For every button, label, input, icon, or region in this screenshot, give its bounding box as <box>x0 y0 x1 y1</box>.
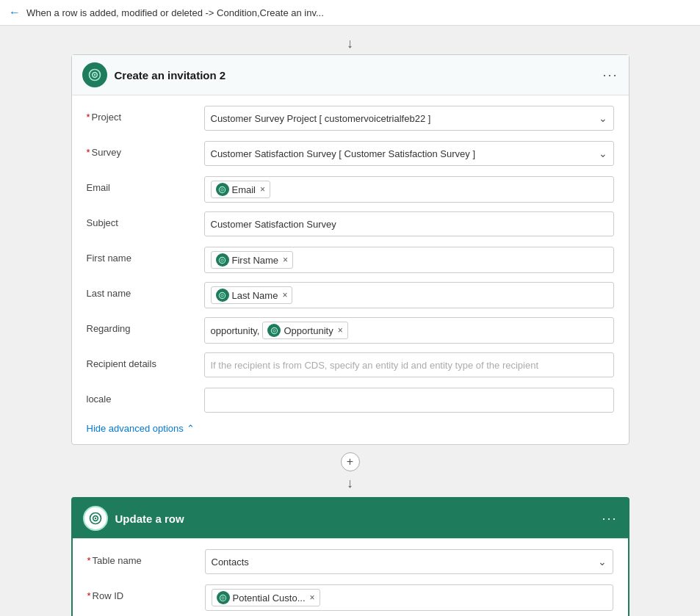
hide-advanced-chevron-icon: ⌃ <box>187 423 195 434</box>
card1-title: Create an invitation 2 <box>115 69 226 81</box>
lastname-tag-icon <box>216 289 229 302</box>
email-row: Email Email × <box>87 176 614 203</box>
add-step-connector: + ↓ <box>341 451 360 494</box>
card2-body: *Table name Contacts ⌄ *Row ID <box>73 539 628 616</box>
card1-header: Create an invitation 2 ··· <box>72 55 629 95</box>
svg-point-14 <box>220 595 225 601</box>
hide-advanced-button[interactable]: Hide advanced options ⌃ <box>87 423 614 434</box>
recipient-row: Recipient details If the recipient is fr… <box>87 352 614 379</box>
project-chevron-icon: ⌄ <box>599 112 607 124</box>
project-label: *Project <box>87 106 204 123</box>
rowid-required: * <box>87 590 91 601</box>
add-step-button[interactable]: + <box>341 452 360 471</box>
recipient-placeholder: If the recipient is from CDS, specify an… <box>211 360 539 371</box>
email-tag-label: Email <box>232 184 256 195</box>
lastname-tag: Last Name × <box>211 286 293 304</box>
svg-point-9 <box>271 327 277 333</box>
firstname-label: First name <box>87 247 204 264</box>
top-title: When a row is added, modified or deleted… <box>26 7 324 18</box>
rowid-tag-icon <box>217 591 230 604</box>
recipient-field[interactable]: If the recipient is from CDS, specify an… <box>204 352 614 377</box>
card2-body-wrapper: *Table name Contacts ⌄ *Row ID <box>73 539 628 616</box>
card2-icon <box>83 506 108 531</box>
survey-dropdown[interactable]: Customer Satisfaction Survey [ Customer … <box>204 141 614 166</box>
regarding-label: Regarding <box>87 317 204 334</box>
svg-point-6 <box>221 258 223 261</box>
firstname-tag-icon <box>216 253 229 267</box>
email-label: Email <box>87 176 204 193</box>
email-tag: Email × <box>211 181 271 198</box>
subject-label: Subject <box>87 211 204 228</box>
lastname-tag-close[interactable]: × <box>282 290 287 300</box>
project-row: *Project Customer Survey Project [ custo… <box>87 106 614 132</box>
lastname-label: Last name <box>87 282 204 299</box>
recipient-label: Recipient details <box>87 352 204 369</box>
card2-menu-button[interactable]: ··· <box>602 511 617 526</box>
subject-value: Customer Satisfaction Survey <box>211 219 336 230</box>
regarding-tag-label: Opportunity <box>284 325 333 336</box>
lastname-tag-label: Last Name <box>232 290 278 301</box>
rowid-tag: Potential Custo... × <box>212 589 320 606</box>
card1-body: *Project Customer Survey Project [ custo… <box>72 95 629 444</box>
project-value: Customer Survey Project [ customervoicet… <box>211 113 431 124</box>
tablename-chevron-icon: ⌄ <box>598 556 607 568</box>
svg-point-5 <box>219 257 225 263</box>
svg-point-10 <box>273 329 275 331</box>
locale-row: locale <box>87 388 614 414</box>
email-field[interactable]: Email × <box>204 176 614 203</box>
card2-header-left: Update a row <box>83 506 184 531</box>
main-content: ↓ Create an invitation 2 ··· *Projec <box>0 26 700 616</box>
survey-required: * <box>87 147 90 158</box>
tablename-value: Contacts <box>212 557 249 568</box>
rowid-tag-close[interactable]: × <box>310 593 315 603</box>
update-row-card: Update a row ··· *Table name Contacts ⌄ <box>71 497 629 616</box>
project-required: * <box>87 112 90 123</box>
regarding-row: Regarding opportunity, Opportunity × <box>87 317 614 344</box>
survey-chevron-icon: ⌄ <box>599 148 607 159</box>
top-bar: ← When a row is added, modified or delet… <box>0 0 700 26</box>
lastname-field[interactable]: Last Name × <box>204 282 614 308</box>
survey-label: *Survey <box>87 141 204 158</box>
locale-label: locale <box>87 388 204 405</box>
hide-advanced-label: Hide advanced options <box>87 423 184 434</box>
regarding-prefix: opportunity, <box>211 325 260 336</box>
survey-value: Customer Satisfaction Survey [ Customer … <box>211 148 476 159</box>
firstname-tag-close[interactable]: × <box>283 255 288 265</box>
svg-point-2 <box>93 74 95 76</box>
subject-field[interactable]: Customer Satisfaction Survey <box>204 211 614 236</box>
card2-title: Update a row <box>115 512 184 525</box>
back-button[interactable]: ← <box>9 6 21 19</box>
email-tag-icon <box>216 183 229 196</box>
regarding-tag-icon <box>267 324 281 337</box>
svg-point-15 <box>222 596 224 598</box>
lastname-row: Last name Last Name × <box>87 282 614 308</box>
card1-icon <box>82 62 107 87</box>
svg-point-4 <box>221 188 223 190</box>
subject-row: Subject Customer Satisfaction Survey <box>87 211 614 238</box>
svg-point-7 <box>219 292 225 298</box>
regarding-field[interactable]: opportunity, Opportunity × <box>204 317 614 344</box>
tablename-dropdown[interactable]: Contacts ⌄ <box>205 549 613 574</box>
rowid-field[interactable]: Potential Custo... × <box>205 584 613 611</box>
rowid-tag-label: Potential Custo... <box>233 593 306 604</box>
locale-field[interactable] <box>204 388 614 413</box>
connector-arrow-top: ↓ <box>347 36 353 51</box>
svg-point-3 <box>219 186 225 192</box>
regarding-tag: Opportunity × <box>262 322 347 339</box>
regarding-tag-close[interactable]: × <box>338 325 343 336</box>
connector-arrow-mid: ↓ <box>347 476 353 491</box>
firstname-tag: First Name × <box>211 251 294 269</box>
rowid-label: *Row ID <box>87 584 205 601</box>
card2-header: Update a row ··· <box>73 499 628 539</box>
firstname-row: First name First Name × <box>87 247 614 273</box>
project-dropdown[interactable]: Customer Survey Project [ customervoicet… <box>204 106 614 131</box>
survey-row: *Survey Customer Satisfaction Survey [ C… <box>87 141 614 167</box>
create-invitation-card: Create an invitation 2 ··· *Project Cust… <box>71 54 629 445</box>
firstname-field[interactable]: First Name × <box>204 247 614 273</box>
email-tag-close[interactable]: × <box>260 184 265 195</box>
card1-menu-button[interactable]: ··· <box>602 68 618 83</box>
svg-point-8 <box>221 294 223 296</box>
tablename-label: *Table name <box>87 549 205 566</box>
card1-header-left: Create an invitation 2 <box>82 62 226 87</box>
svg-point-13 <box>94 518 96 520</box>
